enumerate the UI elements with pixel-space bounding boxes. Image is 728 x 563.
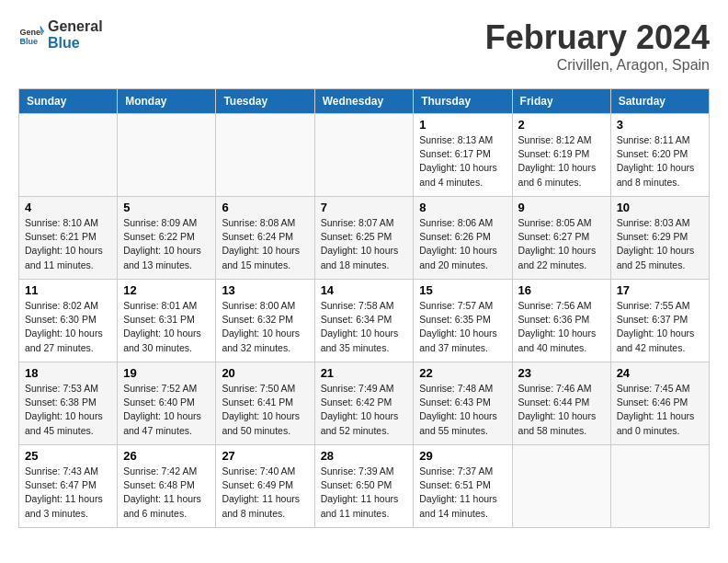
calendar-week-5: 25Sunrise: 7:43 AM Sunset: 6:47 PM Dayli… [19, 445, 710, 528]
calendar-cell: 6Sunrise: 8:08 AM Sunset: 6:24 PM Daylig… [216, 197, 314, 280]
day-number: 13 [222, 283, 308, 297]
calendar-cell: 20Sunrise: 7:50 AM Sunset: 6:41 PM Dayli… [216, 362, 314, 445]
calendar-cell: 28Sunrise: 7:39 AM Sunset: 6:50 PM Dayli… [314, 445, 414, 528]
calendar-cell [610, 445, 709, 528]
day-number: 26 [123, 449, 210, 463]
day-number: 8 [419, 201, 506, 214]
calendar-cell: 29Sunrise: 7:37 AM Sunset: 6:51 PM Dayli… [414, 445, 512, 528]
day-number: 10 [617, 201, 703, 214]
header-day-monday: Monday [118, 89, 216, 114]
calendar-cell: 21Sunrise: 7:49 AM Sunset: 6:42 PM Dayli… [314, 362, 414, 445]
page-header: General Blue General Blue February 2024 … [18, 18, 710, 74]
day-info: Sunrise: 8:06 AM Sunset: 6:26 PM Dayligh… [419, 216, 506, 272]
day-number: 22 [419, 366, 506, 380]
day-number: 15 [419, 283, 506, 297]
calendar-table: SundayMondayTuesdayWednesdayThursdayFrid… [18, 88, 710, 528]
day-info: Sunrise: 7:40 AM Sunset: 6:49 PM Dayligh… [222, 465, 308, 521]
day-info: Sunrise: 7:50 AM Sunset: 6:41 PM Dayligh… [222, 382, 308, 438]
title-block: February 2024 Crivillen, Aragon, Spain [485, 18, 710, 74]
day-info: Sunrise: 7:55 AM Sunset: 6:37 PM Dayligh… [617, 299, 703, 355]
day-info: Sunrise: 7:57 AM Sunset: 6:35 PM Dayligh… [419, 299, 506, 355]
day-info: Sunrise: 7:56 AM Sunset: 6:36 PM Dayligh… [518, 299, 605, 355]
header-day-thursday: Thursday [414, 89, 512, 114]
day-info: Sunrise: 7:37 AM Sunset: 6:51 PM Dayligh… [419, 465, 506, 521]
calendar-header-row: SundayMondayTuesdayWednesdayThursdayFrid… [19, 89, 710, 114]
logo: General Blue General Blue [18, 18, 103, 51]
day-info: Sunrise: 7:43 AM Sunset: 6:47 PM Dayligh… [25, 465, 111, 521]
day-number: 14 [321, 283, 408, 297]
day-number: 5 [123, 201, 210, 214]
calendar-cell: 1Sunrise: 8:13 AM Sunset: 6:17 PM Daylig… [414, 114, 512, 197]
day-info: Sunrise: 8:09 AM Sunset: 6:22 PM Dayligh… [123, 216, 210, 272]
day-info: Sunrise: 8:02 AM Sunset: 6:30 PM Dayligh… [25, 299, 111, 355]
calendar-week-4: 18Sunrise: 7:53 AM Sunset: 6:38 PM Dayli… [19, 362, 710, 445]
day-info: Sunrise: 7:58 AM Sunset: 6:34 PM Dayligh… [321, 299, 408, 355]
calendar-cell: 12Sunrise: 8:01 AM Sunset: 6:31 PM Dayli… [118, 280, 216, 362]
day-number: 17 [617, 283, 703, 297]
calendar-cell: 25Sunrise: 7:43 AM Sunset: 6:47 PM Dayli… [19, 445, 118, 528]
day-number: 29 [419, 449, 506, 463]
day-number: 1 [419, 118, 506, 132]
calendar-cell: 17Sunrise: 7:55 AM Sunset: 6:37 PM Dayli… [610, 280, 709, 362]
calendar-cell: 7Sunrise: 8:07 AM Sunset: 6:25 PM Daylig… [314, 197, 414, 280]
day-info: Sunrise: 8:03 AM Sunset: 6:29 PM Dayligh… [617, 216, 703, 272]
month-title: February 2024 [485, 18, 710, 57]
day-info: Sunrise: 8:05 AM Sunset: 6:27 PM Dayligh… [518, 216, 605, 272]
day-number: 23 [518, 366, 605, 380]
day-info: Sunrise: 7:52 AM Sunset: 6:40 PM Dayligh… [123, 382, 210, 438]
header-day-wednesday: Wednesday [314, 89, 414, 114]
svg-text:Blue: Blue [19, 36, 38, 45]
day-info: Sunrise: 7:48 AM Sunset: 6:43 PM Dayligh… [419, 382, 506, 438]
day-info: Sunrise: 8:11 AM Sunset: 6:20 PM Dayligh… [617, 133, 703, 190]
day-info: Sunrise: 8:00 AM Sunset: 6:32 PM Dayligh… [222, 299, 308, 355]
day-number: 18 [25, 366, 111, 380]
day-number: 12 [123, 283, 210, 297]
calendar-cell [512, 445, 610, 528]
calendar-cell: 11Sunrise: 8:02 AM Sunset: 6:30 PM Dayli… [19, 280, 118, 362]
calendar-week-1: 1Sunrise: 8:13 AM Sunset: 6:17 PM Daylig… [19, 114, 710, 197]
day-number: 9 [518, 201, 605, 214]
logo-blue: Blue [48, 35, 103, 52]
day-number: 6 [222, 201, 308, 214]
day-number: 20 [222, 366, 308, 380]
calendar-cell: 19Sunrise: 7:52 AM Sunset: 6:40 PM Dayli… [118, 362, 216, 445]
calendar-cell: 23Sunrise: 7:46 AM Sunset: 6:44 PM Dayli… [512, 362, 610, 445]
day-number: 28 [321, 449, 408, 463]
day-info: Sunrise: 8:07 AM Sunset: 6:25 PM Dayligh… [321, 216, 408, 272]
day-number: 27 [222, 449, 308, 463]
day-info: Sunrise: 8:10 AM Sunset: 6:21 PM Dayligh… [25, 216, 111, 272]
calendar-cell: 27Sunrise: 7:40 AM Sunset: 6:49 PM Dayli… [216, 445, 314, 528]
header-day-sunday: Sunday [19, 89, 118, 114]
day-info: Sunrise: 7:46 AM Sunset: 6:44 PM Dayligh… [518, 382, 605, 438]
calendar-cell: 2Sunrise: 8:12 AM Sunset: 6:19 PM Daylig… [512, 114, 610, 197]
location-title: Crivillen, Aragon, Spain [485, 57, 710, 74]
calendar-body: 1Sunrise: 8:13 AM Sunset: 6:17 PM Daylig… [19, 114, 710, 528]
day-info: Sunrise: 7:49 AM Sunset: 6:42 PM Dayligh… [321, 382, 408, 438]
day-info: Sunrise: 8:13 AM Sunset: 6:17 PM Dayligh… [419, 133, 506, 190]
logo-icon: General Blue [18, 22, 44, 48]
day-info: Sunrise: 8:08 AM Sunset: 6:24 PM Dayligh… [222, 216, 308, 272]
day-number: 7 [321, 201, 408, 214]
calendar-cell [19, 114, 118, 197]
calendar-cell: 26Sunrise: 7:42 AM Sunset: 6:48 PM Dayli… [118, 445, 216, 528]
day-info: Sunrise: 8:01 AM Sunset: 6:31 PM Dayligh… [123, 299, 210, 355]
header-day-saturday: Saturday [610, 89, 709, 114]
day-info: Sunrise: 8:12 AM Sunset: 6:19 PM Dayligh… [518, 133, 605, 190]
day-info: Sunrise: 7:45 AM Sunset: 6:46 PM Dayligh… [617, 382, 703, 438]
day-number: 21 [321, 366, 408, 380]
calendar-week-2: 4Sunrise: 8:10 AM Sunset: 6:21 PM Daylig… [19, 197, 710, 280]
calendar-cell: 5Sunrise: 8:09 AM Sunset: 6:22 PM Daylig… [118, 197, 216, 280]
day-info: Sunrise: 7:39 AM Sunset: 6:50 PM Dayligh… [321, 465, 408, 521]
day-info: Sunrise: 7:53 AM Sunset: 6:38 PM Dayligh… [25, 382, 111, 438]
day-info: Sunrise: 7:42 AM Sunset: 6:48 PM Dayligh… [123, 465, 210, 521]
calendar-cell: 10Sunrise: 8:03 AM Sunset: 6:29 PM Dayli… [610, 197, 709, 280]
calendar-cell: 4Sunrise: 8:10 AM Sunset: 6:21 PM Daylig… [19, 197, 118, 280]
calendar-cell: 8Sunrise: 8:06 AM Sunset: 6:26 PM Daylig… [414, 197, 512, 280]
header-day-tuesday: Tuesday [216, 89, 314, 114]
calendar-cell [118, 114, 216, 197]
header-day-friday: Friday [512, 89, 610, 114]
calendar-cell: 16Sunrise: 7:56 AM Sunset: 6:36 PM Dayli… [512, 280, 610, 362]
day-number: 4 [25, 201, 111, 214]
calendar-cell: 24Sunrise: 7:45 AM Sunset: 6:46 PM Dayli… [610, 362, 709, 445]
calendar-cell: 18Sunrise: 7:53 AM Sunset: 6:38 PM Dayli… [19, 362, 118, 445]
